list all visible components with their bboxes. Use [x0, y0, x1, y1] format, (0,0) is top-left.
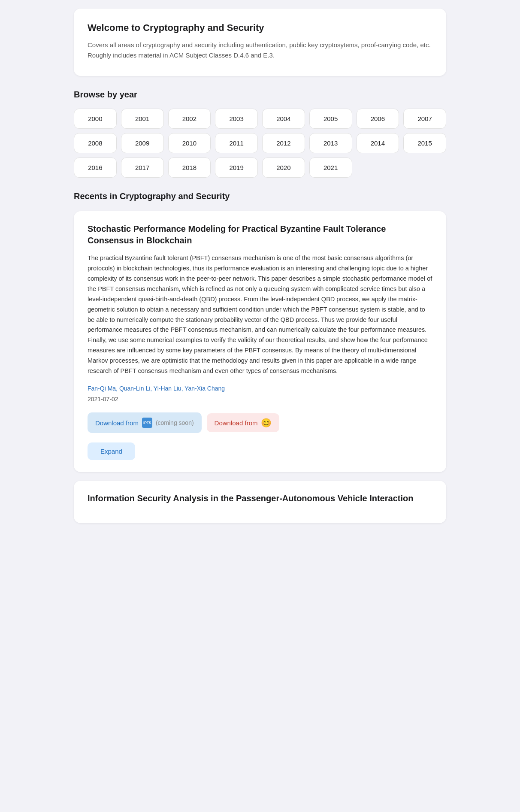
paper-card-1: Stochastic Performance Modeling for Prac… [74, 211, 446, 472]
year-button-2013[interactable]: 2013 [309, 133, 352, 153]
year-button-2003[interactable]: 2003 [215, 109, 258, 129]
year-button-2017[interactable]: 2017 [121, 158, 164, 178]
year-button-2018[interactable]: 2018 [168, 158, 211, 178]
paper-date-1: 2021-07-02 [88, 395, 432, 404]
year-button-2010[interactable]: 2010 [168, 133, 211, 153]
year-button-2000[interactable]: 2000 [74, 109, 117, 129]
paper-authors-1: Fan-Qi Ma, Quan-Lin Li, Yi-Han Liu, Yan-… [88, 384, 432, 393]
year-button-2008[interactable]: 2008 [74, 133, 117, 153]
year-grid: 2000200120022003200420052006200720082009… [74, 109, 446, 178]
download-arxiv-button[interactable]: Download from 😊 [207, 413, 280, 432]
download-ipfs-button[interactable]: Download from IPFS (coming soon) [88, 412, 202, 433]
year-button-2004[interactable]: 2004 [262, 109, 305, 129]
download-label-2: Download from [215, 419, 258, 427]
year-button-2015[interactable]: 2015 [403, 133, 446, 153]
welcome-title: Welcome to Cryptography and Security [88, 21, 432, 35]
year-button-2009[interactable]: 2009 [121, 133, 164, 153]
year-button-2012[interactable]: 2012 [262, 133, 305, 153]
year-button-2019[interactable]: 2019 [215, 158, 258, 178]
year-button-2002[interactable]: 2002 [168, 109, 211, 129]
coming-soon-text: (coming soon) [156, 419, 194, 426]
ipfs-icon: IPFS [142, 418, 152, 428]
welcome-description: Covers all areas of cryptography and sec… [88, 40, 432, 61]
download-label-1: Download from [95, 419, 139, 427]
year-button-2005[interactable]: 2005 [309, 109, 352, 129]
recents-section-title: Recents in Cryptography and Security [74, 190, 446, 203]
source-icon: 😊 [261, 418, 272, 427]
recents-section: Recents in Cryptography and Security Sto… [74, 190, 446, 523]
year-button-2021[interactable]: 2021 [309, 158, 352, 178]
paper-abstract-1: The practical Byzantine fault tolerant (… [88, 253, 432, 376]
expand-button[interactable]: Expand [88, 442, 135, 460]
year-button-2011[interactable]: 2011 [215, 133, 258, 153]
paper-card-2: Information Security Analysis in the Pas… [74, 481, 446, 523]
year-button-2007[interactable]: 2007 [403, 109, 446, 129]
welcome-card: Welcome to Cryptography and Security Cov… [74, 9, 446, 76]
browse-section: Browse by year 2000200120022003200420052… [74, 88, 446, 178]
year-button-2001[interactable]: 2001 [121, 109, 164, 129]
browse-section-title: Browse by year [74, 88, 446, 101]
year-button-2014[interactable]: 2014 [357, 133, 399, 153]
expand-row: Expand [88, 440, 432, 460]
year-button-2020[interactable]: 2020 [262, 158, 305, 178]
year-button-2006[interactable]: 2006 [357, 109, 399, 129]
paper-title-1: Stochastic Performance Modeling for Prac… [88, 223, 432, 246]
paper-title-2: Information Security Analysis in the Pas… [88, 493, 432, 504]
year-button-2016[interactable]: 2016 [74, 158, 117, 178]
paper-actions-1: Download from IPFS (coming soon) Downloa… [88, 412, 432, 433]
